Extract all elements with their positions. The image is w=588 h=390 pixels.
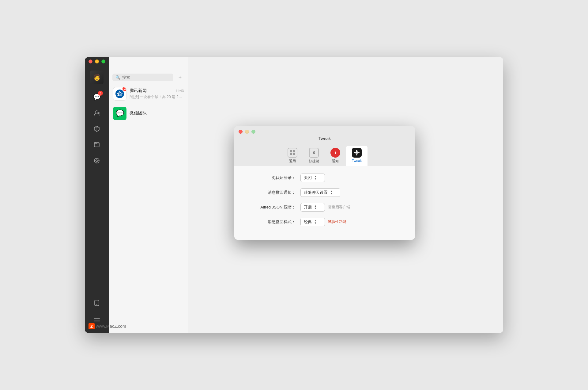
svg-point-11 xyxy=(96,304,97,305)
tab-shortcut-icon: ⌘ xyxy=(309,148,319,158)
menu-icon xyxy=(93,317,100,323)
contacts-icon xyxy=(93,109,100,116)
svg-rect-21 xyxy=(293,153,295,155)
avatar[interactable]: 🧑 xyxy=(90,71,104,84)
revoke-notify-label: 消息撤回通知： xyxy=(247,190,296,195)
close-button[interactable] xyxy=(89,59,92,63)
dialog-traffic-lights xyxy=(234,130,255,134)
sidebar-item-favorites[interactable] xyxy=(90,122,104,136)
dialog-title-bar: Tweak xyxy=(234,126,415,145)
tab-notify-label: 通知 xyxy=(332,159,339,163)
svg-point-29 xyxy=(356,154,357,155)
svg-rect-24 xyxy=(335,151,336,151)
files-icon xyxy=(93,141,100,148)
setting-row-alfred: Alfred JSON 压缩： 开启 ▲ ▼ 需重启客户端 xyxy=(247,203,403,212)
tab-general-label: 通用 xyxy=(289,159,296,163)
search-wrapper[interactable]: 🔍 xyxy=(112,74,173,81)
chat-item-wechat-team[interactable]: 💬 微信团队 xyxy=(109,104,188,123)
svg-point-0 xyxy=(96,111,98,113)
revoke-style-select[interactable]: 经典 ▲ ▼ xyxy=(300,218,325,226)
svg-point-5 xyxy=(96,160,98,162)
add-chat-button[interactable]: + xyxy=(176,73,184,82)
svg-rect-19 xyxy=(293,150,295,152)
watermark-z: Z xyxy=(89,323,95,329)
tencent-news-name: 腾讯新闻 xyxy=(130,88,147,94)
anonymous-login-control: 关闭 ▲ ▼ xyxy=(300,174,325,182)
svg-rect-25 xyxy=(335,152,336,154)
tencent-news-info: 腾讯新闻 11:43 [链接] 一次看个够！亦 20 运 20 ... xyxy=(130,88,184,100)
avatar-image: 🧑 xyxy=(90,71,104,84)
sidebar-item-phone[interactable] xyxy=(90,296,104,310)
search-input[interactable] xyxy=(122,75,170,80)
tab-notify-icon xyxy=(330,148,340,158)
dialog-minimize-button[interactable] xyxy=(245,130,249,134)
anonymous-login-label: 免认证登录： xyxy=(247,175,296,181)
maximize-button[interactable] xyxy=(101,59,105,63)
setting-row-revoke-style: 消息撤回样式： 经典 ▲ ▼ 试验性功能 xyxy=(247,218,403,226)
tab-shortcut-label: 快捷键 xyxy=(309,159,319,163)
tab-tweak[interactable]: Tweak xyxy=(346,146,368,166)
watermark: Z www.MacZ.com xyxy=(89,323,126,329)
tab-tweak-label: Tweak xyxy=(352,159,362,162)
wechat-team-header: 微信团队 xyxy=(130,110,184,116)
dialog-toolbar: 通用 ⌘ 快捷键 xyxy=(234,145,415,166)
anonymous-login-value: 关闭 xyxy=(304,175,312,181)
anonymous-arrows: ▲ ▼ xyxy=(314,175,317,180)
svg-rect-20 xyxy=(290,153,292,155)
dialog-title: Tweak xyxy=(318,136,331,141)
alfred-json-label: Alfred JSON 压缩： xyxy=(247,205,296,210)
alfred-json-value: 开启 xyxy=(304,205,312,210)
revoke-style-arrows: ▲ ▼ xyxy=(314,220,317,224)
revoke-notify-value: 跟随聊天设置 xyxy=(304,190,328,195)
revoke-notify-arrows: ▲ ▼ xyxy=(330,190,333,195)
sidebar-item-contacts[interactable] xyxy=(90,106,104,120)
dialog-settings: 免认证登录： 关闭 ▲ ▼ 消息撤回通知： xyxy=(234,166,415,240)
moments-icon xyxy=(93,157,100,164)
revoke-style-control: 经典 ▲ ▼ 试验性功能 xyxy=(300,218,346,226)
svg-rect-18 xyxy=(290,150,292,152)
alfred-json-select[interactable]: 开启 ▲ ▼ xyxy=(300,203,325,212)
revoke-style-value: 经典 xyxy=(304,219,312,225)
revoke-style-label: 消息撤回样式： xyxy=(247,219,296,225)
anonymous-login-select[interactable]: 关闭 ▲ ▼ xyxy=(300,174,325,182)
tencent-news-time: 11:43 xyxy=(175,89,184,93)
arrow-down-icon: ▼ xyxy=(314,222,317,224)
tencent-news-preview: [链接] 一次看个够！亦 20 运 20 ... xyxy=(130,94,184,100)
wechat-team-avatar: 💬 xyxy=(113,107,126,120)
svg-point-27 xyxy=(356,151,358,154)
dialog-close-button[interactable] xyxy=(239,130,243,134)
search-bar: 🔍 + xyxy=(109,71,188,84)
revoke-style-note: 试验性功能 xyxy=(328,219,346,224)
setting-row-anonymous: 免认证登录： 关闭 ▲ ▼ xyxy=(247,174,403,182)
arrow-down-icon: ▼ xyxy=(330,193,333,195)
arrow-down-icon: ▼ xyxy=(314,207,317,210)
chat-badge: 3 xyxy=(98,91,103,96)
dialog-maximize-button[interactable] xyxy=(251,130,255,134)
tab-general[interactable]: 通用 xyxy=(282,146,303,166)
chat-item-tencent-news[interactable]: 企 3 腾讯新闻 11:43 [链接] 一次看个够！亦 20 运 20 ... xyxy=(109,84,188,104)
sidebar-item-files[interactable] xyxy=(90,138,104,151)
tab-notify[interactable]: 通知 xyxy=(325,146,346,166)
setting-row-revoke-notify: 消息撤回通知： 跟随聊天设置 ▲ ▼ xyxy=(247,188,403,197)
wechat-team-info: 微信团队 xyxy=(130,110,184,117)
minimize-button[interactable] xyxy=(95,59,99,63)
tab-shortcut[interactable]: ⌘ 快捷键 xyxy=(303,146,325,166)
svg-text:⌘: ⌘ xyxy=(313,150,315,155)
tencent-news-avatar: 企 3 xyxy=(113,87,126,101)
wechat-team-icon: 💬 xyxy=(116,109,124,117)
phone-icon xyxy=(94,300,100,306)
tencent-news-header: 腾讯新闻 11:43 xyxy=(130,88,184,94)
tab-tweak-icon xyxy=(352,148,362,158)
svg-point-28 xyxy=(356,150,357,151)
tweak-dialog[interactable]: Tweak 通用 xyxy=(234,126,415,240)
sidebar-item-moments[interactable] xyxy=(90,154,104,167)
revoke-notify-select[interactable]: 跟随聊天设置 ▲ ▼ xyxy=(300,188,340,197)
svg-point-30 xyxy=(354,152,355,153)
arrow-down-icon: ▼ xyxy=(314,178,317,180)
alfred-json-control: 开启 ▲ ▼ 需重启客户端 xyxy=(300,203,350,212)
revoke-notify-control: 跟随聊天设置 ▲ ▼ xyxy=(300,188,340,197)
svg-rect-3 xyxy=(94,143,99,147)
sidebar-item-chat[interactable]: 💬 3 xyxy=(90,90,104,104)
chat-list-panel: 🔍 + 企 3 腾讯新闻 11:43 [链接] 一次看 xyxy=(109,57,188,333)
tab-general-icon xyxy=(288,148,297,158)
